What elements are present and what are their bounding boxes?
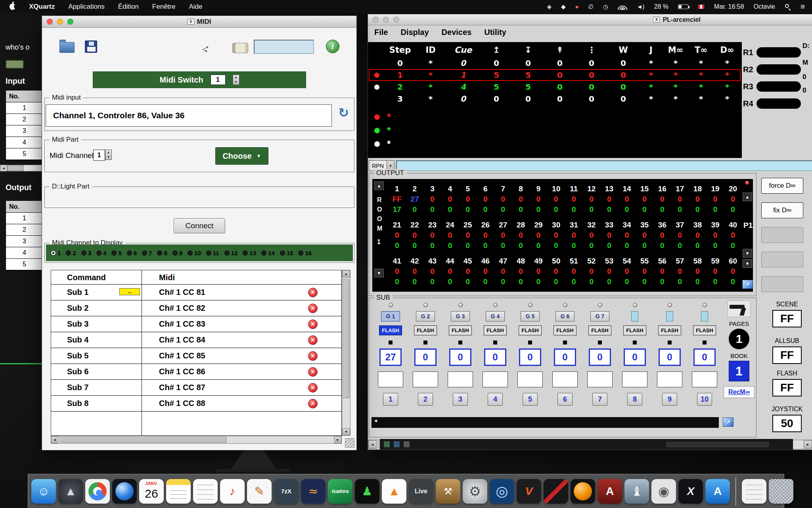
table-row[interactable]: Sub 6Ch# 1 CC 86× [51,364,341,380]
flash-button[interactable]: FLASH [414,325,437,335]
notification-center-icon[interactable]: ≡ [801,2,805,11]
toolbar-text-field[interactable] [254,40,314,54]
midi-display-channel-radio[interactable]: 6 [127,250,137,256]
step-row[interactable]: 2*455000**** [369,81,741,93]
midi-switch-value[interactable]: 1 [211,75,226,85]
group-button[interactable]: G 3 [451,311,470,321]
midi-input-value[interactable]: Channel 1, Controler 86, Value 36 [46,104,332,127]
flash-button[interactable]: FLASH [693,325,716,335]
rpn-display-field[interactable] [396,160,812,171]
page-up-arrow[interactable]: ▲ [743,192,752,201]
sub-level-value[interactable]: 0 [624,348,646,366]
blank-button[interactable] [761,227,803,243]
status-dot-row[interactable]: * [374,141,391,147]
gun-icon[interactable] [728,300,751,317]
sub-level-value[interactable]: 0 [519,348,541,366]
scrollbar-thumb[interactable] [7,165,24,171]
group-button[interactable]: G 5 [521,311,540,321]
sub-name-field[interactable] [448,371,473,387]
flash-button[interactable]: FLASH [379,325,402,335]
sub-name-field[interactable] [622,371,647,387]
group-button[interactable]: G 1 [381,311,400,321]
documents-dock-icon[interactable] [742,479,766,504]
sub-number-button[interactable]: 4 [488,393,503,406]
toolbox-dock-icon[interactable]: ⚒ [436,479,460,504]
pages-value[interactable]: 1 [729,329,749,349]
music-dock-icon[interactable]: ♪ [220,479,245,504]
pl-menu-devices[interactable]: Devices [437,26,477,38]
midi-display-channel-radio[interactable]: 11 [206,250,219,256]
room-up-arrow[interactable]: ▲ [374,181,384,190]
group-slot[interactable] [666,311,673,321]
book-value[interactable]: 1 [729,361,749,381]
selection-marker[interactable]: ↔ [119,288,140,295]
force-d-button[interactable]: force D∞ [761,178,803,194]
finder-dock-icon[interactable]: ☺ [31,479,56,504]
midi-display-channel-radio[interactable]: 9 [172,250,182,256]
sub-number-button[interactable]: 6 [557,393,573,406]
sub-name-field[interactable] [517,371,543,387]
group-slot[interactable] [631,311,638,321]
room-down-arrow[interactable]: ▼ [374,269,384,277]
ableton-live-dock-icon[interactable]: Live [409,479,433,504]
pencil-dock-icon[interactable]: ✎ [247,479,272,504]
step-row[interactable]: 1*155000**** [369,69,741,81]
seven-zip-dock-icon[interactable]: 7zX [274,479,299,504]
pl-titlebar[interactable]: X PL-arcenciel [368,14,812,25]
midi-switch-stepper[interactable]: ▲▼ [233,75,239,85]
dj-vinyl-dock-icon[interactable]: ◎ [490,479,514,504]
midi-display-channel-radio[interactable]: 12 [224,250,238,256]
scroll-down-arrow[interactable]: ▼ [342,428,350,435]
sub-name-field[interactable] [692,371,717,387]
transfer-icon[interactable]: ↗ [742,280,753,289]
flash-button[interactable]: FLASH [623,325,646,335]
save-file-icon[interactable] [85,40,97,53]
wifi-icon[interactable] [618,4,627,10]
midi-display-channel-radio[interactable]: 4 [96,250,106,256]
transfer-icon[interactable]: ↗ [723,418,733,427]
midi-display-channel-radio[interactable]: 14 [261,250,275,256]
boom-status-icon[interactable]: ◈ [547,3,552,10]
sub-level-value[interactable]: 0 [693,348,716,366]
isadora-dock-icon[interactable]: Isadora [328,479,352,504]
sub-name-field[interactable] [657,371,682,387]
calendar-dock-icon[interactable]: JANV.26 [139,479,164,504]
table-row[interactable]: Sub 5Ch# 1 CC 85× [51,348,341,364]
sub-number-button[interactable]: 1 [383,393,398,406]
master-value[interactable]: 50 [772,415,802,432]
xquartz-dock-icon[interactable]: X [678,479,703,504]
volume-icon[interactable]: ◄) [637,3,645,10]
app-store-dock-icon[interactable]: A [705,479,730,504]
flash-button[interactable]: FLASH [553,325,576,335]
open-file-icon[interactable] [59,42,75,53]
sub-name-field[interactable] [483,371,508,387]
choose-button[interactable]: Choose▼ [215,147,268,165]
delete-icon[interactable]: × [308,335,318,345]
flash-button[interactable]: FLASH [519,325,542,335]
page-down-fast-arrow[interactable]: ▼ [743,259,752,268]
apple-menu-icon[interactable] [10,4,15,10]
sub-number-button[interactable]: 3 [453,393,468,406]
midi-display-channel-radio[interactable]: 15 [280,250,293,256]
scroll-right-arrow[interactable]: ► [334,436,341,443]
midi-display-channel-radio[interactable]: 3 [81,250,91,256]
zoom-button[interactable] [393,17,399,23]
sub-level-value[interactable]: 27 [379,348,402,366]
menubar-item-aide[interactable]: Aide [189,3,202,11]
flash-button[interactable]: FLASH [658,325,681,335]
orange-sphere-dock-icon[interactable] [571,479,595,504]
sub-name-field[interactable] [378,371,403,387]
scroll-left-arrow[interactable]: ◄ [0,165,7,171]
sub-level-value[interactable]: 0 [589,348,611,366]
resize-grip[interactable] [345,438,354,448]
menubar-clock[interactable]: Mar. 16:58 [714,3,744,10]
notes-dock-icon[interactable] [166,479,191,504]
minimize-button[interactable] [383,17,389,23]
record-master-button[interactable]: RecM∞ [724,386,755,398]
delete-icon[interactable]: × [308,351,318,361]
sub-level-value[interactable]: 0 [449,348,471,366]
table-row[interactable]: Sub 7Ch# 1 CC 87× [51,380,341,396]
close-button[interactable] [47,19,53,25]
midi-channel-stepper[interactable]: ▲▼ [105,150,112,160]
sub-number-button[interactable]: 5 [523,393,538,406]
